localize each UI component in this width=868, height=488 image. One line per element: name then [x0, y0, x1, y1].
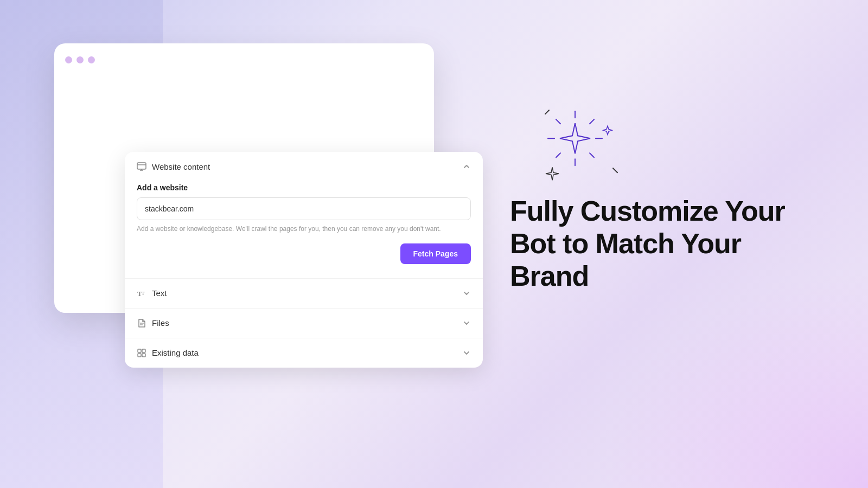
text-icon: T T	[137, 288, 146, 298]
svg-line-19	[590, 153, 594, 157]
url-input[interactable]	[137, 197, 471, 220]
sparkle-decoration	[537, 98, 613, 195]
existing-data-section: Existing data	[125, 338, 483, 368]
browser-dot-green	[88, 56, 95, 63]
svg-rect-9	[142, 349, 145, 352]
left-panel: Website content Add a website Add a webs…	[54, 43, 434, 313]
text-section-title: Text	[152, 288, 167, 298]
svg-rect-10	[138, 354, 141, 357]
svg-rect-8	[138, 349, 141, 352]
file-icon	[137, 318, 146, 328]
headline-line2: Bot to Match Your Brand	[510, 228, 741, 292]
text-section-header[interactable]: T T Text	[125, 279, 483, 308]
existing-data-section-header[interactable]: Existing data	[125, 338, 483, 368]
fetch-btn-row: Fetch Pages	[137, 243, 471, 264]
files-section-title: Files	[152, 318, 169, 328]
chevron-down-icon-files	[462, 319, 471, 328]
files-section: Files	[125, 309, 483, 338]
website-content-header-left: Website content	[137, 162, 210, 171]
website-content-section: Website content Add a website Add a webs…	[125, 152, 483, 279]
website-content-title: Website content	[152, 162, 210, 171]
svg-line-20	[545, 110, 549, 114]
svg-line-17	[590, 119, 594, 124]
add-website-label: Add a website	[137, 181, 471, 192]
chevron-down-icon-text	[462, 289, 471, 298]
svg-line-18	[556, 153, 560, 157]
files-section-header-left: Files	[137, 318, 169, 328]
chevron-up-icon	[462, 162, 471, 171]
fetch-pages-button[interactable]: Fetch Pages	[400, 243, 471, 264]
browser-dot-yellow	[76, 56, 84, 63]
website-content-expanded: Add a website Add a website or knowledge…	[125, 181, 483, 278]
existing-data-section-title: Existing data	[152, 348, 199, 357]
existing-data-section-header-left: Existing data	[137, 348, 199, 358]
content-card: Website content Add a website Add a webs…	[125, 152, 483, 368]
svg-line-16	[556, 119, 560, 124]
website-content-header[interactable]: Website content	[125, 152, 483, 181]
chevron-down-icon-existing	[462, 349, 471, 357]
browser-dot-red	[65, 56, 72, 63]
text-section: T T Text	[125, 279, 483, 309]
browser-icon	[137, 162, 146, 171]
files-section-header[interactable]: Files	[125, 309, 483, 338]
headline: Fully Customize Your Bot to Match Your B…	[510, 195, 825, 292]
text-section-header-left: T T Text	[137, 288, 167, 298]
browser-dots	[65, 54, 423, 66]
svg-rect-0	[137, 163, 146, 169]
grid-icon	[137, 348, 146, 358]
right-panel: Fully Customize Your Bot to Match Your B…	[510, 195, 825, 292]
svg-text:T: T	[142, 291, 145, 296]
svg-line-21	[613, 168, 617, 172]
svg-rect-11	[142, 354, 145, 357]
helper-text: Add a website or knowledgebase. We'll cr…	[137, 224, 471, 234]
headline-line1: Fully Customize Your	[510, 195, 785, 227]
